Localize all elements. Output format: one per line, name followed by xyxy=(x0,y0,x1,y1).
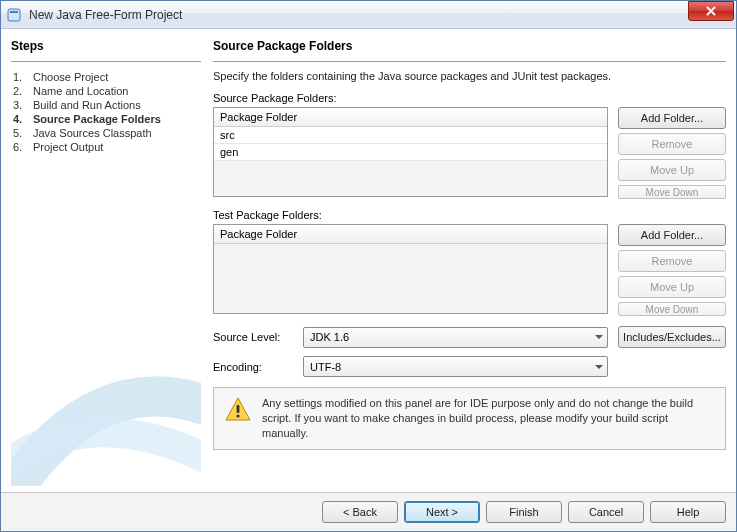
table-row[interactable]: gen xyxy=(214,144,607,161)
encoding-combobox[interactable]: UTF-8 xyxy=(303,356,608,377)
page-title: Source Package Folders xyxy=(213,39,726,53)
finish-button[interactable]: Finish xyxy=(486,501,562,523)
chevron-down-icon xyxy=(595,335,603,339)
source-level-combobox[interactable]: JDK 1.6 xyxy=(303,327,608,348)
main-divider xyxy=(213,61,726,62)
sidebar-divider xyxy=(11,61,201,62)
test-table-header: Package Folder xyxy=(214,225,607,244)
remove-button[interactable]: Remove xyxy=(618,250,726,272)
test-folders-table[interactable]: Package Folder xyxy=(213,224,608,314)
add-folder-button[interactable]: Add Folder... xyxy=(618,224,726,246)
source-folders-label: Source Package Folders: xyxy=(213,92,726,104)
svg-rect-1 xyxy=(10,11,18,13)
svg-rect-2 xyxy=(237,405,240,413)
info-panel: Any settings modified on this panel are … xyxy=(213,387,726,450)
move-down-button[interactable]: Move Down xyxy=(618,302,726,316)
help-button[interactable]: Help xyxy=(650,501,726,523)
steps-sidebar: Steps 1.Choose Project 2.Name and Locati… xyxy=(11,39,201,486)
info-text: Any settings modified on this panel are … xyxy=(262,396,715,441)
encoding-label: Encoding: xyxy=(213,361,293,373)
encoding-value: UTF-8 xyxy=(310,361,341,373)
main-panel: Source Package Folders Specify the folde… xyxy=(213,39,726,486)
back-button[interactable]: < Back xyxy=(322,501,398,523)
close-button[interactable] xyxy=(688,1,734,21)
app-icon xyxy=(7,7,23,23)
step-4: 4.Source Package Folders xyxy=(11,112,201,126)
svg-point-3 xyxy=(236,414,239,417)
chevron-down-icon xyxy=(595,365,603,369)
table-row[interactable]: src xyxy=(214,127,607,144)
remove-button[interactable]: Remove xyxy=(618,133,726,155)
warning-icon xyxy=(224,396,252,426)
move-down-button[interactable]: Move Down xyxy=(618,185,726,199)
steps-heading: Steps xyxy=(11,39,201,53)
steps-list: 1.Choose Project 2.Name and Location 3.B… xyxy=(11,70,201,154)
next-button[interactable]: Next > xyxy=(404,501,480,523)
source-level-label: Source Level: xyxy=(213,331,293,343)
window-titlebar: New Java Free-Form Project xyxy=(1,1,736,29)
window-title: New Java Free-Form Project xyxy=(29,8,182,22)
source-level-value: JDK 1.6 xyxy=(310,331,349,343)
step-6: 6.Project Output xyxy=(11,140,201,154)
add-folder-button[interactable]: Add Folder... xyxy=(618,107,726,129)
source-folders-table[interactable]: Package Folder src gen xyxy=(213,107,608,197)
move-up-button[interactable]: Move Up xyxy=(618,159,726,181)
step-2: 2.Name and Location xyxy=(11,84,201,98)
step-5: 5.Java Sources Classpath xyxy=(11,126,201,140)
test-folders-label: Test Package Folders: xyxy=(213,209,726,221)
wizard-footer: < Back Next > Finish Cancel Help xyxy=(1,492,736,531)
source-table-header: Package Folder xyxy=(214,108,607,127)
page-description: Specify the folders containing the Java … xyxy=(213,70,726,82)
step-1: 1.Choose Project xyxy=(11,70,201,84)
svg-rect-0 xyxy=(8,9,20,21)
cancel-button[interactable]: Cancel xyxy=(568,501,644,523)
move-up-button[interactable]: Move Up xyxy=(618,276,726,298)
step-3: 3.Build and Run Actions xyxy=(11,98,201,112)
includes-excludes-button[interactable]: Includes/Excludes... xyxy=(618,326,726,348)
